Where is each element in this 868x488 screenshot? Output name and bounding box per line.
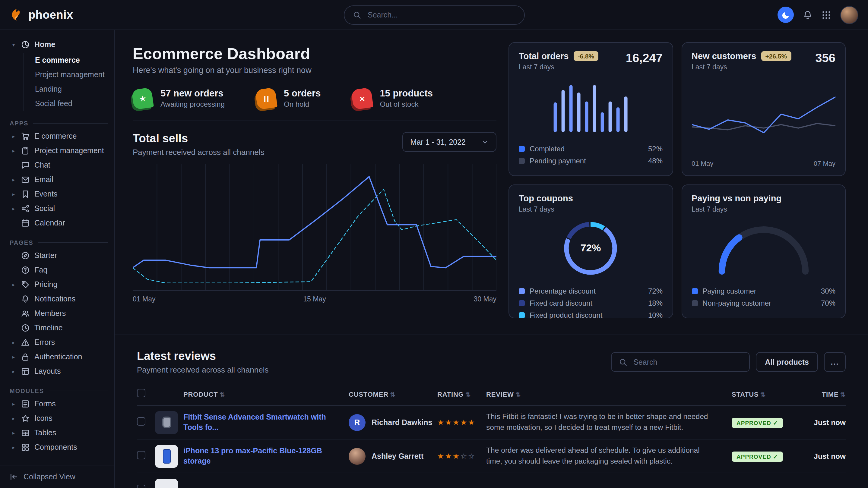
- orders-legend: Completed52%Pending payment48%: [519, 143, 662, 167]
- orders-bar-chart: [551, 80, 631, 133]
- sidebar-item-chat[interactable]: Chat: [10, 158, 108, 172]
- caret-right-icon: ▸: [11, 416, 16, 421]
- column-header-product[interactable]: PRODUCT⇅: [183, 390, 349, 398]
- caret-right-icon: ▸: [11, 206, 16, 211]
- sidebar-item-pricing[interactable]: ▸Pricing: [10, 277, 108, 292]
- row-checkbox[interactable]: [137, 451, 145, 459]
- sidebar-item-label: Forms: [34, 400, 56, 408]
- customer-avatar: R: [349, 414, 366, 431]
- row-checkbox[interactable]: [137, 417, 145, 426]
- column-header-review[interactable]: REVIEW⇅: [486, 390, 732, 398]
- sidebar-item-home[interactable]: ▾ Home: [10, 37, 108, 52]
- sidebar-item-project-management[interactable]: Project management: [35, 67, 108, 82]
- apps-grid-icon: [822, 10, 831, 20]
- reviews-search[interactable]: [611, 352, 750, 372]
- row-checkbox[interactable]: [137, 485, 145, 488]
- legend-value: 48%: [648, 157, 662, 165]
- reviews-controls: All products ...: [611, 352, 846, 372]
- sidebar-item-starter[interactable]: Starter: [10, 248, 108, 263]
- stat-out-of-stock: ×15 productsOut of stock: [352, 88, 433, 108]
- column-header-rating[interactable]: RATING⇅: [437, 390, 486, 398]
- sidebar-item-e-commerce[interactable]: E commerce: [35, 53, 108, 67]
- global-search[interactable]: [343, 5, 525, 24]
- sidebar-item-landing[interactable]: Landing: [35, 82, 108, 96]
- page-title: Ecommerce Dashboard: [133, 44, 496, 63]
- sidebar-item-layouts[interactable]: ▸Layouts: [10, 364, 108, 379]
- column-header-status[interactable]: STATUS⇅: [732, 390, 805, 398]
- table-body: Fitbit Sense Advanced Smartwatch with To…: [137, 406, 846, 488]
- legend-item: Completed52%: [519, 143, 662, 155]
- column-header-time[interactable]: TIME⇅: [805, 390, 846, 398]
- legend-swatch: [519, 312, 525, 318]
- theme-toggle-button[interactable]: [777, 7, 794, 23]
- sidebar-item-members[interactable]: Members: [10, 306, 108, 321]
- column-header-customer[interactable]: CUSTOMER⇅: [349, 390, 437, 398]
- customer-name: Ashley Garrett: [372, 452, 424, 460]
- sidebar-item-social[interactable]: ▸Social: [10, 201, 108, 216]
- card-total-orders: Total orders -6.8% Last 7 days 16,247 Co…: [508, 42, 673, 176]
- collapsed-view-toggle[interactable]: Collapsed View: [0, 464, 114, 488]
- sidebar-item-timeline[interactable]: Timeline: [10, 321, 108, 335]
- legend-value: 52%: [648, 145, 662, 153]
- more-options-button[interactable]: ...: [824, 352, 846, 372]
- caret-right-icon: ▸: [11, 340, 16, 345]
- sidebar-item-e-commerce[interactable]: ▸E commerce: [10, 129, 108, 143]
- table-row: iPhone 13 pro max-Pacific Blue-128GB sto…: [137, 440, 846, 473]
- global-search-input[interactable]: [367, 10, 516, 20]
- sidebar-item-authentication[interactable]: ▸Authentication: [10, 350, 108, 364]
- app-window: phoenix ▾ Home E commerceProject manage: [0, 0, 868, 488]
- status-badge: APPROVED ✓: [732, 418, 783, 428]
- legend-value: 72%: [648, 287, 662, 295]
- lock-icon: [21, 353, 30, 361]
- sidebar-item-calendar[interactable]: Calendar: [10, 216, 108, 230]
- axis-label: 07 May: [814, 160, 835, 167]
- legend-swatch: [519, 158, 525, 164]
- sidebar-item-icons[interactable]: ▸Icons: [10, 411, 108, 426]
- reviews-search-input[interactable]: [632, 357, 742, 367]
- chevron-down-icon: [482, 138, 489, 145]
- sidebar-item-notifications[interactable]: Notifications: [10, 292, 108, 306]
- sidebar-item-project-management[interactable]: ▸Project management: [10, 143, 108, 158]
- sidebar-item-social-feed[interactable]: Social feed: [35, 96, 108, 111]
- axis-label: 01 May: [691, 160, 713, 167]
- topbar-search-area: [124, 5, 744, 24]
- mail-icon: [21, 175, 30, 184]
- user-avatar[interactable]: [840, 6, 858, 24]
- stat-label: Out of stock: [380, 100, 433, 108]
- apps-grid-button[interactable]: [822, 10, 831, 20]
- sidebar-item-label: Components: [34, 443, 77, 452]
- customers-line-chart: [691, 91, 835, 149]
- product-link[interactable]: Fitbit Sense Advanced Smartwatch with To…: [183, 412, 349, 432]
- stat-value: 15 products: [380, 88, 433, 98]
- axis-label: 30 May: [474, 295, 496, 303]
- sidebar-item-forms[interactable]: ▸Forms: [10, 397, 108, 411]
- sidebar-item-label: Calendar: [34, 219, 65, 227]
- legend-swatch: [519, 146, 525, 152]
- product-thumbnail: [155, 411, 178, 434]
- sidebar-item-errors[interactable]: ▸Errors: [10, 335, 108, 350]
- stat-value: 5 orders: [284, 88, 320, 98]
- topbar: phoenix: [0, 0, 868, 30]
- legend-value: 30%: [821, 287, 835, 295]
- sidebar-item-email[interactable]: ▸Email: [10, 172, 108, 187]
- sidebar-item-components[interactable]: ▸Components: [10, 440, 108, 455]
- product-thumbnail: [155, 445, 178, 467]
- product-link[interactable]: iPhone 13 pro max-Pacific Blue-128GB sto…: [183, 446, 349, 466]
- table-icon: [21, 429, 30, 437]
- stat-on-hold: 5 ordersOn hold: [256, 88, 320, 108]
- notifications-button[interactable]: [803, 10, 812, 20]
- sidebar-item-events[interactable]: ▸Events: [10, 187, 108, 201]
- all-products-button[interactable]: All products: [756, 352, 818, 372]
- sidebar-item-faq[interactable]: Faq: [10, 263, 108, 277]
- select-all-checkbox[interactable]: [137, 389, 145, 397]
- latest-reviews-section: Latest reviews Payment received across a…: [115, 334, 868, 488]
- share-icon: [21, 204, 30, 213]
- legend-swatch: [519, 288, 525, 294]
- sidebar-item-tables[interactable]: ▸Tables: [10, 426, 108, 440]
- caret-right-icon: ▸: [11, 445, 16, 450]
- date-range-select[interactable]: Mar 1 - 31, 2022: [403, 132, 496, 152]
- sort-icon: ⇅: [840, 391, 846, 398]
- brand[interactable]: phoenix: [10, 8, 124, 22]
- caret-right-icon: ▸: [11, 401, 16, 406]
- sidebar-item-label: E commerce: [34, 132, 76, 140]
